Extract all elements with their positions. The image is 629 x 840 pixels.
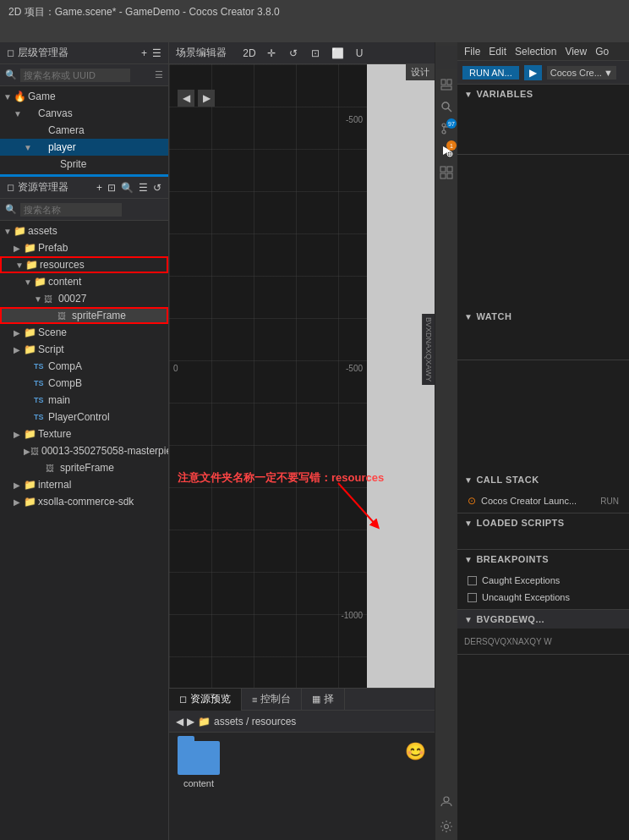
tree-item-texture[interactable]: ▶ 📁 Texture — [0, 425, 168, 442]
tree-item-00013[interactable]: ▶ 🖼 00013-350275058-masterpie — [0, 442, 168, 459]
hierarchy-search-bar: 🔍 ☰ — [0, 64, 168, 86]
hierarchy-search-input[interactable] — [20, 69, 130, 82]
title-bar: 2D 项目：Game.scene* - GameDemo - Cocos Cre… — [0, 0, 629, 24]
tree-item-prefab[interactable]: ▶ 📁 Prefab — [0, 239, 168, 256]
tab-select[interactable]: ▦ 择 — [302, 689, 345, 711]
tree-item-resources[interactable]: ▼ 📁 resources — [0, 256, 168, 273]
tree-item-sprite[interactable]: Sprite — [0, 156, 168, 173]
sidebar-debug-icon[interactable]: 1 — [436, 140, 457, 161]
call-stack-section: ▼ CALL STACK ⊙ Cocos Creator Launc... RU… — [457, 470, 629, 513]
sidebar-source-control-icon[interactable]: 97 — [436, 118, 457, 139]
label-main: main — [48, 394, 70, 406]
asset-folder-content[interactable]: content — [178, 741, 220, 788]
watch-header[interactable]: ▼ WATCH — [457, 307, 629, 326]
move-tool-btn[interactable]: ✛ — [262, 45, 281, 62]
resource-sort-icon[interactable]: ☰ — [139, 182, 148, 194]
svg-rect-2 — [441, 80, 446, 85]
hierarchy-sort-icon[interactable]: ☰ — [155, 69, 163, 80]
sidebar-extensions-icon[interactable] — [436, 162, 457, 183]
tree-item-camera[interactable]: Camera — [0, 122, 168, 139]
call-stack-header[interactable]: ▼ CALL STACK — [457, 470, 629, 489]
hierarchy-icon-btn[interactable]: + — [141, 47, 147, 59]
menu-file[interactable]: File — [464, 46, 480, 58]
sidebar-search-icon[interactable] — [436, 96, 457, 117]
label-compa: CompA — [48, 360, 82, 372]
uncaught-checkbox[interactable] — [468, 593, 477, 602]
nav-arrows: ◀ ▶ — [178, 90, 215, 107]
label-00013: 00013-350275058-masterpie — [41, 445, 168, 457]
rotate-tool-btn[interactable]: ↺ — [284, 45, 303, 62]
variables-header[interactable]: ▼ VARIABLES — [457, 85, 629, 103]
hierarchy-panel: ◻ 层级管理器 + ☰ 🔍 ☰ ▼ 🔥 Game — [0, 42, 168, 174]
svg-point-20 — [444, 797, 449, 802]
tree-item-script[interactable]: ▶ 📁 Script — [0, 341, 168, 358]
tree-item-compa[interactable]: TS CompA — [0, 358, 168, 375]
menu-go[interactable]: Go — [595, 46, 609, 58]
label-scene: Scene — [38, 327, 67, 338]
svg-rect-4 — [441, 86, 451, 90]
tree-item-compb[interactable]: TS CompB — [0, 375, 168, 392]
tree-item-content[interactable]: ▼ 📁 content — [0, 273, 168, 290]
tree-item-player[interactable]: ▼ player — [0, 139, 168, 156]
svg-rect-16 — [440, 167, 446, 172]
nav-next-btn[interactable]: ▶ — [187, 716, 194, 727]
call-stack-item-0[interactable]: ⊙ Cocos Creator Launc... RUN — [464, 492, 622, 509]
resource-add-btn[interactable]: + — [96, 182, 102, 194]
nav-prev-btn[interactable]: ◀ — [176, 716, 183, 727]
svg-point-7 — [442, 124, 446, 127]
sidebar-settings-icon[interactable] — [436, 816, 457, 837]
design-label: 设计 — [406, 64, 435, 80]
tree-item-internal[interactable]: ▶ 📁 internal — [0, 476, 168, 493]
tree-item-canvas[interactable]: ▼ Canvas — [0, 105, 168, 122]
nav-forward-btn[interactable]: ▶ — [198, 90, 215, 107]
tab-console[interactable]: ≡ 控制台 — [242, 689, 302, 711]
resource-refresh-icon[interactable]: ↺ — [153, 182, 161, 194]
tree-item-assets[interactable]: ▼ 📁 assets — [0, 222, 168, 239]
label-spriteframe-1: spriteFrame — [72, 310, 126, 321]
config-dropdown[interactable]: Cocos Cre... ▼ — [547, 66, 616, 80]
mode-2d-btn[interactable]: 2D — [240, 45, 259, 62]
run-button[interactable]: RUN AN... — [462, 66, 519, 80]
hierarchy-header-icons: + ☰ — [141, 47, 161, 59]
scene-viewport[interactable]: 设计 ◀ ▶ -500 0 -500 -1000 注意文件夹名称一定不要写错：r… — [169, 64, 435, 688]
tree-item-xsolla[interactable]: ▶ 📁 xsolla-commerce-sdk — [0, 493, 168, 510]
hierarchy-menu-btn[interactable]: ☰ — [152, 47, 161, 59]
run-label: RUN AN... — [469, 68, 512, 78]
tree-item-00027[interactable]: ▼ 🖼 00027 — [0, 290, 168, 307]
menu-view[interactable]: View — [565, 46, 587, 58]
snap-tool-btn[interactable]: U — [350, 45, 369, 62]
play-button[interactable]: ▶ — [524, 65, 542, 80]
svg-point-8 — [442, 130, 446, 134]
tab-asset-preview[interactable]: ◻ 资源预览 — [169, 689, 242, 711]
nav-back-btn[interactable]: ◀ — [178, 90, 194, 107]
svg-rect-18 — [440, 173, 446, 178]
label-assets: assets — [28, 225, 57, 237]
sidebar-explorer-icon[interactable] — [436, 74, 457, 95]
bottom-debug-header[interactable]: ▼ BVGRDEWQ... — [457, 610, 629, 629]
svg-point-5 — [442, 102, 449, 109]
tree-item-game[interactable]: ▼ 🔥 Game — [0, 88, 168, 105]
tree-item-playercontrol[interactable]: TS PlayerControl — [0, 409, 168, 425]
scale-tool-btn[interactable]: ⊡ — [306, 45, 325, 62]
arrow-game: ▼ — [3, 92, 14, 102]
resource-search-toggle[interactable]: ⊡ — [107, 182, 116, 194]
tree-item-scene[interactable]: ▶ 📁 Scene — [0, 324, 168, 341]
svg-rect-17 — [447, 167, 452, 172]
variables-arrow: ▼ — [464, 90, 473, 99]
menu-edit[interactable]: Edit — [489, 46, 506, 58]
resource-tree: ▼ 📁 assets ▶ 📁 Prefab ▼ 📁 resources — [0, 221, 168, 840]
axis-label-500-top: -500 — [346, 115, 363, 124]
loaded-scripts-header[interactable]: ▼ LOADED SCRIPTS — [457, 513, 629, 532]
folder-icon-visual — [178, 741, 220, 775]
caught-checkbox[interactable] — [468, 576, 477, 585]
resource-search-input[interactable] — [20, 203, 122, 217]
menu-bar — [0, 24, 629, 42]
menu-selection[interactable]: Selection — [515, 46, 556, 58]
breakpoints-header[interactable]: ▼ BREAKPOINTS — [457, 550, 629, 568]
tree-item-main[interactable]: TS main — [0, 392, 168, 409]
tree-item-spriteframe-1[interactable]: 🖼 spriteFrame — [0, 307, 168, 324]
tree-item-spriteframe-2[interactable]: 🖼 spriteFrame — [0, 459, 168, 476]
rect-tool-btn[interactable]: ⬜ — [328, 45, 347, 62]
sidebar-user-icon[interactable] — [436, 791, 457, 811]
resource-search-icon[interactable]: 🔍 — [121, 182, 134, 194]
